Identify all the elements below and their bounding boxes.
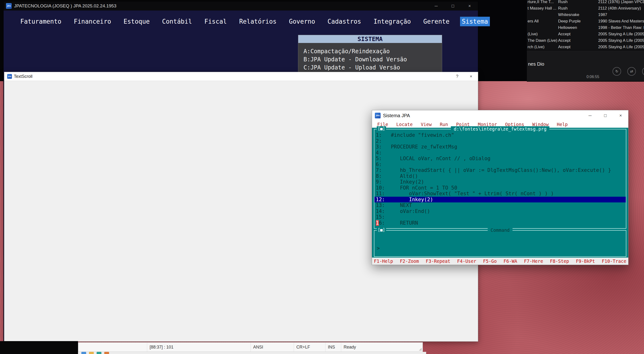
debugger-client-area: [■] d:\fontes\integra\ze_fwtextmsg.prg 1…: [372, 128, 628, 258]
box-close-icon[interactable]: [■]: [377, 227, 386, 232]
jpa-menubar: FaturamentoFinanceiroEstoqueContábilFisc…: [4, 17, 478, 26]
dropdown-menu-item[interactable]: C:JPA Update - Upload Versão: [298, 64, 442, 72]
function-key[interactable]: F7-Here: [524, 258, 543, 264]
jpa-menu-item[interactable]: Cadastros: [326, 17, 363, 26]
function-key[interactable]: F8-Step: [550, 258, 569, 264]
function-key[interactable]: F10-Trace: [602, 258, 626, 264]
maximize-icon[interactable]: □: [444, 2, 461, 11]
close-icon[interactable]: ×: [613, 110, 628, 121]
resize-grip-icon[interactable]: ◢: [419, 342, 422, 351]
jpa-menu-item[interactable]: Fiscal: [202, 17, 229, 26]
close-icon[interactable]: ×: [464, 72, 478, 81]
code-line[interactable]: 6:: [374, 162, 626, 168]
status-line-ending[interactable]: CR+LF: [294, 342, 326, 351]
debugger-window-controls: ─ □ ×: [582, 110, 628, 121]
code-line[interactable]: 10: FOR nCont = 1 TO 50: [374, 185, 626, 191]
track-row[interactable]: (Live) Accept 2005 Staying A Life (2005: [527, 31, 644, 37]
jpa-titlebar[interactable]: JPA JPATECNOLOGIA (JOSEQ ) JPA 2025.02.2…: [4, 2, 478, 11]
jpa-menu-item[interactable]: Gerente: [422, 17, 452, 26]
taskbar-icon[interactable]: [97, 352, 102, 354]
code-line[interactable]: 16: RETURN: [374, 220, 626, 226]
track-row[interactable]: rch (Live) Accept 2005 Staying A Life (2…: [527, 44, 644, 50]
jpa-window-controls: ─ □ ×: [428, 2, 478, 11]
code-line[interactable]: 5: LOCAL oVar, nCont // , oDialog: [374, 156, 626, 162]
help-icon[interactable]: ?: [450, 72, 464, 81]
command-box-title: Command: [488, 227, 512, 233]
track-row[interactable]: The Dawn (Live) Accept 2005 Staying A Li…: [527, 37, 644, 44]
minimize-icon[interactable]: ─: [428, 2, 444, 11]
code-line[interactable]: 9: Inkey(2): [374, 179, 626, 185]
code-line[interactable]: 3: PROCEDURE ze_fwTextMsg: [374, 144, 626, 150]
code-line[interactable]: 1: #include "fivewin.ch": [374, 132, 626, 138]
dropdown-menu-item[interactable]: A:Compactação/Reindexação: [298, 47, 442, 55]
code-line[interactable]: 7: hb_ThreadStart( { || oVar := DlgTextM…: [374, 167, 626, 173]
track-row[interactable]: t Massey Hall ... Rush 2112 (40th Annive…: [527, 5, 644, 12]
track-artist: Rush: [558, 6, 598, 11]
status-input-mode[interactable]: INS: [326, 342, 341, 351]
player-extra-icon[interactable]: □: [642, 67, 644, 76]
now-playing-title: nes Dio: [528, 61, 544, 67]
debugger-titlebar[interactable]: JPA Sistema JPA ─ □ ×: [372, 110, 628, 121]
track-artist: Rush: [558, 0, 598, 4]
jpa-menu-item[interactable]: Faturamento: [18, 17, 63, 26]
code-line[interactable]: 14: oVar:End(): [374, 208, 626, 214]
track-album: 1990 Slaves And Masters: [598, 19, 644, 24]
status-encoding[interactable]: ANSI: [251, 342, 294, 351]
track-title: rture,II The T...: [527, 0, 558, 4]
track-artist: Accept: [558, 32, 598, 37]
debugger-menu-item[interactable]: Help: [557, 122, 568, 127]
code-line[interactable]: 11: oVar:ShowText( "Test " + Ltrim( Str(…: [374, 191, 626, 197]
elapsed-time: 0:06:55: [586, 75, 599, 79]
jpa-app-icon: JPA: [6, 3, 12, 9]
track-row[interactable]: rture,II The T... Rush 2112 (1976) (Japa…: [527, 0, 644, 5]
textscroll-titlebar[interactable]: JPA TextScroll ? ×: [4, 72, 478, 81]
dropdown-menu-item[interactable]: B:JPA Update - Download Versão: [298, 55, 442, 64]
code-line[interactable]: 15:: [374, 214, 626, 220]
debugger-menu-item[interactable]: Run: [440, 122, 448, 127]
minimize-icon[interactable]: ─: [582, 110, 598, 121]
maximize-icon[interactable]: □: [598, 110, 613, 121]
track-row[interactable]: Helloween 1998 - Better Than Raw: E: [527, 24, 644, 31]
command-box: [■] Command >: [374, 230, 626, 257]
taskbar-icon[interactable]: [89, 352, 94, 354]
jpa-menu-item[interactable]: Financeiro: [72, 17, 113, 26]
now-playing-bar: nes Dio 0:06:55 ↻ ⇄ □: [527, 50, 644, 81]
code-line[interactable]: 8: Altd(): [374, 173, 626, 179]
debugger-menu-item[interactable]: View: [421, 122, 432, 127]
taskbar-icon[interactable]: [81, 352, 86, 354]
box-close-icon[interactable]: [■]: [377, 126, 386, 131]
function-key[interactable]: F2-Zoom: [400, 258, 419, 264]
jpa-menu-item[interactable]: Contábil: [160, 17, 194, 26]
track-row[interactable]: ers All Deep Purple 1990 Slaves And Mast…: [527, 18, 644, 24]
debugger-menu-item[interactable]: Locate: [396, 122, 413, 127]
track-artist: Accept: [558, 38, 598, 43]
jpa-menu-item[interactable]: Relatórios: [237, 17, 278, 26]
function-key[interactable]: F9-BkPt: [576, 258, 595, 264]
track-row[interactable]: Whitesnake 1987: [527, 12, 644, 18]
track-album: 1987: [598, 13, 644, 17]
code-line[interactable]: 13: NEXT: [374, 202, 626, 208]
track-album: 1998 - Better Than Raw: E: [598, 25, 644, 30]
bottom-left-dark-area: [0, 341, 78, 354]
jpa-window-title: JPATECNOLOGIA (JOSEQ ) JPA 2025.02.24.19…: [14, 3, 116, 9]
taskbar-icon[interactable]: [104, 352, 109, 354]
repeat-icon[interactable]: ↻: [612, 67, 621, 76]
close-icon[interactable]: ×: [461, 2, 478, 11]
code-line[interactable]: 12: Inkey(2): [374, 197, 626, 203]
function-key[interactable]: F4-User: [457, 258, 476, 264]
shuffle-icon[interactable]: ⇄: [627, 67, 636, 76]
function-key[interactable]: F5-Go: [483, 258, 497, 264]
code-line[interactable]: 2:: [374, 138, 626, 144]
track-title: (Live): [527, 32, 558, 37]
debugger-window: JPA Sistema JPA ─ □ × FileLocateViewRunP…: [372, 110, 628, 265]
function-key[interactable]: F3-Repeat: [426, 258, 450, 264]
function-key[interactable]: F1-Help: [374, 258, 393, 264]
jpa-menu-item[interactable]: Integração: [372, 17, 413, 26]
code-line[interactable]: 4:: [374, 150, 626, 156]
function-key[interactable]: F6-WA: [504, 258, 517, 264]
music-player-panel: rture,II The T... Rush 2112 (1976) (Japa…: [527, 0, 644, 82]
jpa-menu-item[interactable]: Sistema: [460, 17, 490, 26]
command-prompt[interactable]: >: [374, 231, 626, 251]
jpa-menu-item[interactable]: Estoque: [122, 17, 152, 26]
jpa-menu-item[interactable]: Governo: [287, 17, 317, 26]
